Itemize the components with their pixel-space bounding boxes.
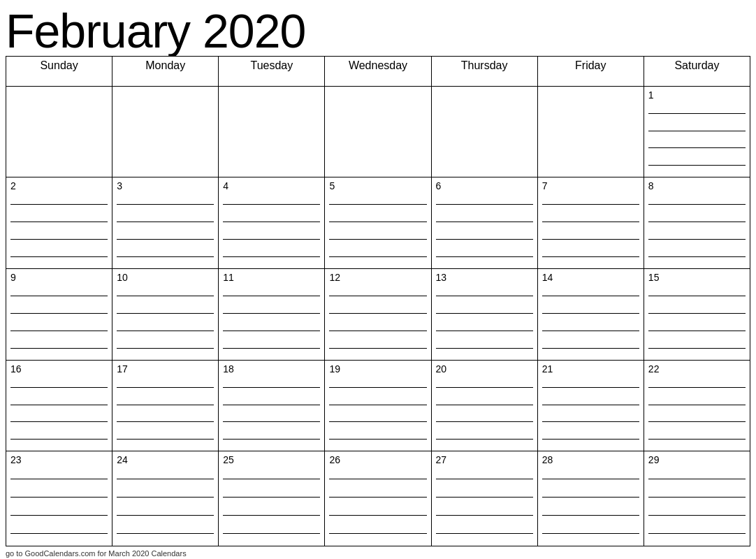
day-line	[329, 387, 426, 388]
day-cell-27: 27	[432, 451, 538, 546]
day-lines	[648, 103, 746, 175]
day-lines	[223, 377, 320, 449]
day-lines	[117, 377, 214, 449]
empty-cell	[325, 87, 431, 178]
day-line	[436, 497, 533, 498]
day-cell-2: 2	[6, 177, 112, 269]
day-line	[117, 497, 214, 498]
day-lines	[436, 194, 533, 266]
day-line	[648, 421, 746, 422]
day-cell-16: 16	[6, 361, 112, 452]
day-line	[10, 387, 108, 388]
day-line	[117, 515, 214, 516]
day-line	[10, 256, 108, 257]
day-lines	[329, 468, 426, 543]
day-lines	[436, 468, 533, 543]
day-line	[117, 256, 214, 257]
day-line	[329, 421, 426, 422]
day-line	[648, 147, 746, 148]
empty-cell	[538, 87, 644, 178]
day-line	[542, 497, 639, 498]
day-line	[117, 479, 214, 479]
calendar-title: February 2020	[6, 7, 750, 55]
day-line	[10, 222, 108, 222]
day-line	[542, 439, 639, 440]
day-line	[648, 479, 746, 479]
day-line	[648, 256, 746, 257]
day-cell-4: 4	[219, 177, 325, 269]
day-line	[329, 533, 426, 534]
day-number: 9	[10, 272, 16, 283]
day-number: 26	[329, 454, 340, 465]
day-cell-12: 12	[325, 269, 431, 361]
day-line	[10, 421, 108, 422]
day-number: 4	[223, 180, 228, 191]
day-cell-29: 29	[644, 451, 750, 546]
day-lines	[436, 286, 533, 357]
day-cell-14: 14	[538, 269, 644, 361]
day-line	[329, 479, 426, 479]
day-line	[223, 348, 320, 349]
day-line	[223, 515, 320, 516]
day-lines	[648, 194, 746, 266]
day-line	[542, 348, 639, 349]
day-line	[10, 204, 108, 205]
day-lines	[542, 377, 639, 449]
day-line	[648, 239, 746, 240]
day-cell-28: 28	[538, 451, 644, 546]
day-line	[542, 387, 639, 388]
day-line	[117, 387, 214, 388]
day-cell-18: 18	[219, 361, 325, 452]
day-line	[10, 296, 108, 296]
day-line	[10, 405, 108, 405]
day-line	[223, 331, 320, 331]
day-line	[542, 222, 639, 222]
header-wednesday: Wednesday	[325, 57, 431, 87]
day-line	[117, 222, 214, 222]
day-line	[329, 515, 426, 516]
day-lines	[117, 468, 214, 543]
day-line	[10, 439, 108, 440]
day-lines	[117, 194, 214, 266]
day-number: 8	[648, 180, 654, 191]
day-lines	[329, 377, 426, 449]
day-number: 15	[648, 272, 660, 283]
day-line	[223, 439, 320, 440]
day-line	[648, 387, 746, 388]
day-cell-25: 25	[219, 451, 325, 546]
day-line	[223, 239, 320, 240]
day-cell-11: 11	[219, 269, 325, 361]
day-line	[329, 256, 426, 257]
empty-cell	[219, 87, 325, 178]
day-number: 6	[436, 180, 442, 191]
day-number: 21	[542, 363, 553, 375]
day-line	[223, 296, 320, 296]
day-line	[648, 439, 746, 440]
day-line	[542, 331, 639, 331]
day-cell-22: 22	[644, 361, 750, 452]
day-line	[223, 204, 320, 205]
day-lines	[436, 377, 533, 449]
calendar-container: February 2020 Sunday Monday Tuesday Wedn…	[0, 0, 756, 559]
day-number: 22	[648, 363, 660, 375]
day-line	[436, 348, 533, 349]
day-number: 7	[542, 180, 548, 191]
day-line	[223, 256, 320, 257]
day-line	[648, 204, 746, 205]
day-line	[436, 387, 533, 388]
day-line	[117, 331, 214, 331]
day-line	[10, 515, 108, 516]
header-tuesday: Tuesday	[219, 57, 325, 87]
day-number: 14	[542, 272, 553, 283]
day-lines	[10, 468, 108, 543]
day-number: 23	[10, 454, 22, 465]
day-lines	[542, 194, 639, 266]
header-monday: Monday	[112, 57, 219, 87]
day-line	[542, 313, 639, 314]
day-line	[436, 222, 533, 222]
day-lines	[329, 286, 426, 357]
day-number: 2	[10, 180, 16, 191]
day-line	[329, 204, 426, 205]
header-saturday: Saturday	[644, 57, 750, 87]
day-cell-3: 3	[112, 177, 219, 269]
